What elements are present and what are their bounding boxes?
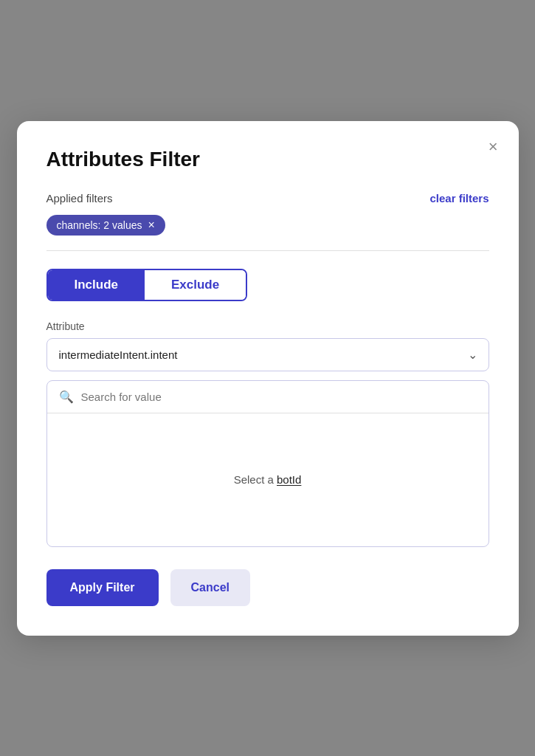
include-toggle-button[interactable]: Include <box>48 270 145 300</box>
cancel-button[interactable]: Cancel <box>170 569 250 606</box>
modal-title: Attributes Filter <box>46 148 489 171</box>
apply-filter-button[interactable]: Apply Filter <box>46 569 159 606</box>
filter-tag-remove-button[interactable]: × <box>148 219 154 231</box>
filter-tag: channels: 2 values × <box>46 215 165 236</box>
close-button[interactable]: × <box>486 136 501 158</box>
applied-filters-label: Applied filters <box>46 192 113 205</box>
empty-list-text: Select a botId <box>234 473 302 486</box>
botid-link[interactable]: botId <box>277 473 301 486</box>
footer-buttons: Apply Filter Cancel <box>46 569 489 606</box>
attribute-select-wrapper: intermediateIntent.intent ⌄ <box>46 338 489 371</box>
attribute-select[interactable]: intermediateIntent.intent <box>46 338 489 371</box>
filter-tags-container: channels: 2 values × <box>46 215 489 236</box>
filter-tag-text: channels: 2 values <box>57 219 142 231</box>
exclude-toggle-button[interactable]: Exclude <box>145 270 246 300</box>
search-row: 🔍 <box>47 381 489 413</box>
include-exclude-toggle: Include Exclude <box>46 269 248 301</box>
search-icon: 🔍 <box>59 390 74 404</box>
clear-filters-button[interactable]: clear filters <box>429 192 489 205</box>
empty-list-message: Select a botId <box>47 413 489 546</box>
applied-filters-row: Applied filters clear filters <box>46 192 489 205</box>
section-divider <box>46 250 489 251</box>
value-search-container: 🔍 Select a botId <box>46 380 489 547</box>
attributes-filter-modal: × Attributes Filter Applied filters clea… <box>17 121 519 636</box>
attribute-field-label: Attribute <box>46 320 489 332</box>
attribute-field: Attribute intermediateIntent.intent ⌄ <box>46 320 489 371</box>
search-input[interactable] <box>81 391 477 403</box>
